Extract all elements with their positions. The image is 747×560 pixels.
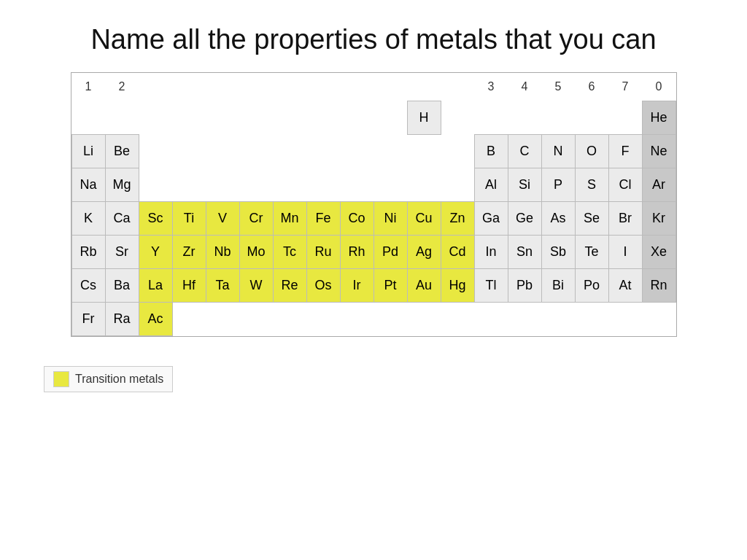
el-Cl-r2c16: Cl [608,168,642,201]
el-In-r4c12: In [474,235,508,268]
el-Sb-r4c14: Sb [541,235,575,268]
el-empty-r1c11 [441,134,474,168]
el-H-r0c10: H [407,101,441,134]
el-empty-r6c9 [374,302,407,335]
el-Rb-r4c0: Rb [71,235,105,268]
el-empty-r0c12 [474,101,508,134]
pt-full-table: 12345670HHeLiBeBCNOFNeNaMgAlSiPSClArKCaS… [71,73,676,336]
el-Mg-r2c1: Mg [105,168,139,201]
el-empty-r0c5 [239,101,273,134]
el-empty-r0c13 [508,101,541,134]
el-empty-r1c6 [273,134,306,168]
el-empty-r6c14 [541,302,575,335]
el-empty-r2c8 [340,168,374,201]
el-empty-r0c14 [541,101,575,134]
el-empty-r1c4 [206,134,239,168]
pt-data-row: LiBeBCNOFNe [71,134,676,168]
el-Os-r5c7: Os [306,268,340,302]
el-Li-r1c0: Li [71,134,105,168]
el-Re-r5c6: Re [273,268,306,302]
el-Al-r2c12: Al [474,168,508,201]
el-Ar-r2c17: Ar [642,168,676,201]
el-Ac-r6c2: Ac [139,302,172,335]
legend-color-box [53,371,69,387]
pt-group-headers: 12345670 [71,73,676,101]
el-empty-r6c7 [306,302,340,335]
pt-data-row: HHe [71,101,676,134]
el-empty-r2c7 [306,168,340,201]
el-At-r5c16: At [608,268,642,302]
el-Zn-r3c11: Zn [441,201,474,235]
el-Mo-r4c5: Mo [239,235,273,268]
el-empty-r6c17 [642,302,676,335]
el-Hf-r5c3: Hf [172,268,206,302]
el-K-r3c0: K [71,201,105,235]
el-Co-r3c8: Co [340,201,374,235]
el-empty-r0c0 [71,101,105,134]
el-empty-r2c2 [139,168,172,201]
el-empty-r2c11 [441,168,474,201]
pt-outer-border: 12345670HHeLiBeBCNOFNeNaMgAlSiPSClArKCaS… [71,72,677,337]
el-Ga-r3c12: Ga [474,201,508,235]
el-Ni-r3c9: Ni [374,201,407,235]
el-empty-r2c6 [273,168,306,201]
el-Pb-r5c13: Pb [508,268,541,302]
legend-container: Transition metals [22,351,747,392]
el-empty-r0c2 [139,101,172,134]
full-pt-container: 12345670HHeLiBeBCNOFNeNaMgAlSiPSClArKCaS… [56,72,692,340]
el-empty-r6c8 [340,302,374,335]
el-P-r2c14: P [541,168,575,201]
legend: Transition metals [44,366,173,392]
el-Mn-r3c6: Mn [273,201,306,235]
el-Zr-r4c3: Zr [172,235,206,268]
el-Pd-r4c9: Pd [374,235,407,268]
el-As-r3c14: As [541,201,575,235]
el-Hg-r5c11: Hg [441,268,474,302]
el-Ra-r6c1: Ra [105,302,139,335]
el-Ir-r5c8: Ir [340,268,374,302]
el-empty-r6c15 [575,302,608,335]
el-Au-r5c10: Au [407,268,441,302]
el-empty-r0c9 [374,101,407,134]
el-empty-r1c8 [340,134,374,168]
pt-data-row: RbSrYZrNbMoTcRuRhPdAgCdInSnSbTeIXe [71,235,676,268]
el-empty-r2c5 [239,168,273,201]
el-empty-r2c10 [407,168,441,201]
el-Rn-r5c17: Rn [642,268,676,302]
el-empty-r6c5 [239,302,273,335]
el-Xe-r4c17: Xe [642,235,676,268]
el-Ne-r1c17: Ne [642,134,676,168]
el-empty-r1c3 [172,134,206,168]
el-empty-r0c6 [273,101,306,134]
el-empty-r2c9 [374,168,407,201]
el-Pt-r5c9: Pt [374,268,407,302]
el-Ge-r3c13: Ge [508,201,541,235]
el-V-r3c4: V [206,201,239,235]
legend-label: Transition metals [75,373,163,386]
el-empty-r0c8 [340,101,374,134]
el-empty-r6c11 [441,302,474,335]
pt-data-row: CsBaLaHfTaWReOsIrPtAuHgTlPbBiPoAtRn [71,268,676,302]
pt-data-row: NaMgAlSiPSClAr [71,168,676,201]
el-Ca-r3c1: Ca [105,201,139,235]
el-Cu-r3c10: Cu [407,201,441,235]
el-empty-r1c10 [407,134,441,168]
el-empty-r0c15 [575,101,608,134]
el-empty-r6c6 [273,302,306,335]
el-empty-r6c13 [508,302,541,335]
el-Si-r2c13: Si [508,168,541,201]
el-Ti-r3c3: Ti [172,201,206,235]
el-Na-r2c0: Na [71,168,105,201]
el-Cs-r5c0: Cs [71,268,105,302]
el-Rh-r4c8: Rh [340,235,374,268]
el-empty-r6c12 [474,302,508,335]
el-empty-r0c11 [441,101,474,134]
el-Sr-r4c1: Sr [105,235,139,268]
el-F-r1c16: F [608,134,642,168]
el-empty-r6c4 [206,302,239,335]
el-empty-r6c16 [608,302,642,335]
el-empty-r6c3 [172,302,206,335]
el-Bi-r5c14: Bi [541,268,575,302]
el-empty-r0c16 [608,101,642,134]
el-C-r1c13: C [508,134,541,168]
